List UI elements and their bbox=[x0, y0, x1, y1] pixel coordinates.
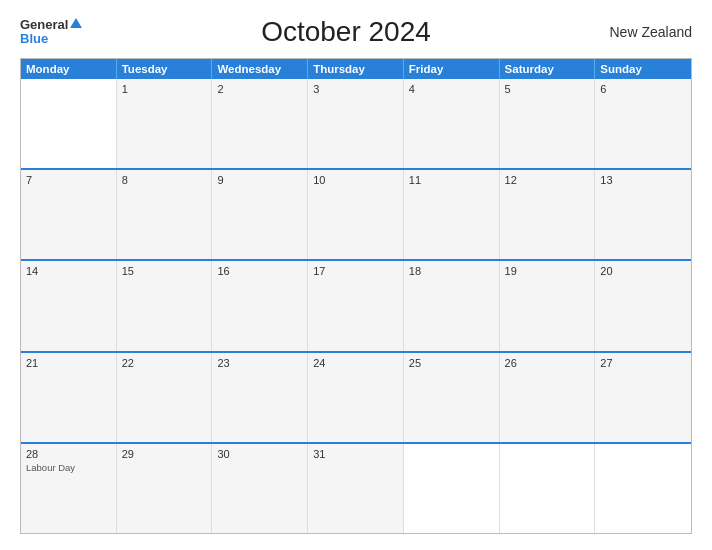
day-number: 18 bbox=[409, 265, 494, 277]
col-sunday: Sunday bbox=[595, 59, 691, 79]
day-number: 10 bbox=[313, 174, 398, 186]
day-number: 11 bbox=[409, 174, 494, 186]
calendar-cell: 16 bbox=[212, 261, 308, 350]
day-number: 29 bbox=[122, 448, 207, 460]
day-number: 13 bbox=[600, 174, 686, 186]
calendar-cell: 12 bbox=[500, 170, 596, 259]
calendar-cell: 25 bbox=[404, 353, 500, 442]
calendar: Monday Tuesday Wednesday Thursday Friday… bbox=[20, 58, 692, 534]
day-number: 22 bbox=[122, 357, 207, 369]
calendar-cell: 30 bbox=[212, 444, 308, 533]
logo-triangle-icon bbox=[70, 18, 82, 28]
calendar-cell: 21 bbox=[21, 353, 117, 442]
day-number: 2 bbox=[217, 83, 302, 95]
logo-blue-text: Blue bbox=[20, 32, 48, 46]
col-friday: Friday bbox=[404, 59, 500, 79]
calendar-week-3: 14151617181920 bbox=[21, 259, 691, 350]
calendar-cell: 7 bbox=[21, 170, 117, 259]
calendar-cell: 18 bbox=[404, 261, 500, 350]
calendar-cell: 14 bbox=[21, 261, 117, 350]
day-number: 25 bbox=[409, 357, 494, 369]
logo: General Blue bbox=[20, 18, 82, 47]
calendar-cell: 3 bbox=[308, 79, 404, 168]
calendar-week-4: 21222324252627 bbox=[21, 351, 691, 442]
calendar-cell: 5 bbox=[500, 79, 596, 168]
day-number: 26 bbox=[505, 357, 590, 369]
calendar-cell: 31 bbox=[308, 444, 404, 533]
calendar-body: 1234567891011121314151617181920212223242… bbox=[21, 79, 691, 533]
day-number: 23 bbox=[217, 357, 302, 369]
calendar-cell bbox=[404, 444, 500, 533]
calendar-cell: 1 bbox=[117, 79, 213, 168]
calendar-cell: 6 bbox=[595, 79, 691, 168]
calendar-cell bbox=[21, 79, 117, 168]
col-thursday: Thursday bbox=[308, 59, 404, 79]
day-number: 31 bbox=[313, 448, 398, 460]
calendar-cell bbox=[595, 444, 691, 533]
col-monday: Monday bbox=[21, 59, 117, 79]
calendar-cell: 13 bbox=[595, 170, 691, 259]
calendar-cell: 8 bbox=[117, 170, 213, 259]
col-wednesday: Wednesday bbox=[212, 59, 308, 79]
calendar-cell: 20 bbox=[595, 261, 691, 350]
day-number: 15 bbox=[122, 265, 207, 277]
calendar-cell: 9 bbox=[212, 170, 308, 259]
day-number: 16 bbox=[217, 265, 302, 277]
day-number: 12 bbox=[505, 174, 590, 186]
logo-general-text: General bbox=[20, 18, 68, 32]
day-number: 5 bbox=[505, 83, 590, 95]
day-number: 1 bbox=[122, 83, 207, 95]
calendar-cell: 15 bbox=[117, 261, 213, 350]
calendar-cell: 19 bbox=[500, 261, 596, 350]
country-label: New Zealand bbox=[610, 24, 693, 40]
holiday-label: Labour Day bbox=[26, 462, 111, 473]
col-saturday: Saturday bbox=[500, 59, 596, 79]
day-number: 17 bbox=[313, 265, 398, 277]
day-number: 28 bbox=[26, 448, 111, 460]
day-number: 6 bbox=[600, 83, 686, 95]
calendar-cell: 22 bbox=[117, 353, 213, 442]
calendar-cell: 10 bbox=[308, 170, 404, 259]
col-tuesday: Tuesday bbox=[117, 59, 213, 79]
calendar-cell: 23 bbox=[212, 353, 308, 442]
calendar-week-2: 78910111213 bbox=[21, 168, 691, 259]
calendar-cell: 27 bbox=[595, 353, 691, 442]
calendar-cell: 28Labour Day bbox=[21, 444, 117, 533]
day-number: 24 bbox=[313, 357, 398, 369]
page: General Blue October 2024 New Zealand Mo… bbox=[0, 0, 712, 550]
calendar-cell: 17 bbox=[308, 261, 404, 350]
calendar-cell: 4 bbox=[404, 79, 500, 168]
calendar-cell: 26 bbox=[500, 353, 596, 442]
day-number: 3 bbox=[313, 83, 398, 95]
day-number: 21 bbox=[26, 357, 111, 369]
day-number: 27 bbox=[600, 357, 686, 369]
calendar-cell: 24 bbox=[308, 353, 404, 442]
calendar-header: Monday Tuesday Wednesday Thursday Friday… bbox=[21, 59, 691, 79]
calendar-cell bbox=[500, 444, 596, 533]
day-number: 19 bbox=[505, 265, 590, 277]
calendar-cell: 11 bbox=[404, 170, 500, 259]
calendar-title: October 2024 bbox=[82, 16, 609, 48]
day-number: 14 bbox=[26, 265, 111, 277]
day-number: 7 bbox=[26, 174, 111, 186]
calendar-week-5: 28Labour Day293031 bbox=[21, 442, 691, 533]
day-number: 9 bbox=[217, 174, 302, 186]
day-number: 4 bbox=[409, 83, 494, 95]
day-number: 8 bbox=[122, 174, 207, 186]
calendar-cell: 29 bbox=[117, 444, 213, 533]
calendar-week-1: 123456 bbox=[21, 79, 691, 168]
day-number: 30 bbox=[217, 448, 302, 460]
day-number: 20 bbox=[600, 265, 686, 277]
calendar-cell: 2 bbox=[212, 79, 308, 168]
header: General Blue October 2024 New Zealand bbox=[20, 16, 692, 48]
